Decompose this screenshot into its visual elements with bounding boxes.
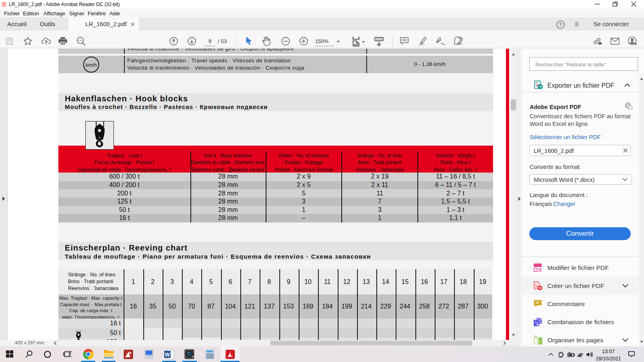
svg-text:64: 64 <box>192 356 194 358</box>
svg-text:km/h: km/h <box>85 62 97 68</box>
svg-text:W: W <box>165 352 170 358</box>
svg-text:?: ? <box>559 22 562 28</box>
